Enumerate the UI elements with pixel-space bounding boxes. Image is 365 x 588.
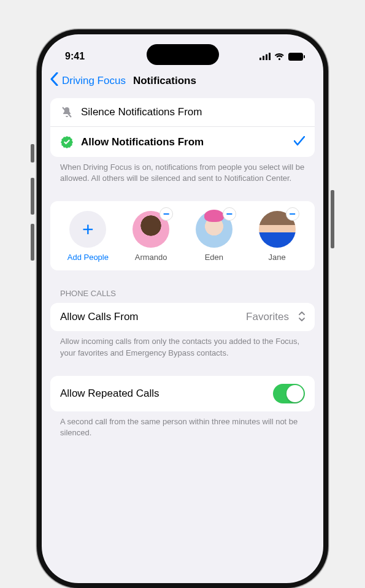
svg-rect-5	[304, 55, 305, 58]
svg-rect-3	[269, 53, 271, 60]
allow-calls-label: Allow Calls From	[60, 311, 239, 323]
add-people-label: Add People	[67, 253, 109, 262]
repeated-calls-toggle[interactable]	[273, 384, 305, 403]
allow-calls-card: Allow Calls From Favorites	[50, 303, 315, 331]
person-item[interactable]: − Jane	[248, 211, 307, 262]
wifi-icon	[274, 53, 285, 60]
person-name: Jane	[269, 253, 286, 262]
page-title: Notifications	[133, 75, 196, 87]
bell-slash-icon	[60, 106, 74, 118]
back-chevron-icon[interactable]	[50, 72, 58, 90]
allow-calls-row[interactable]: Allow Calls From Favorites	[50, 303, 315, 331]
volume-down-button	[31, 224, 34, 261]
mode-footer: When Driving Focus is on, notifications …	[50, 157, 315, 184]
screen: 9:41 Driving Focus Notifications Silence	[42, 34, 323, 583]
remove-icon[interactable]: −	[286, 207, 299, 221]
repeated-calls-footer: A second call from the same person withi…	[50, 411, 315, 438]
updown-icon	[299, 311, 305, 323]
mode-card: Silence Notifications From Allow Notific…	[50, 98, 315, 157]
repeated-calls-row: Allow Repeated Calls	[50, 376, 315, 411]
person-item[interactable]: − Armando	[121, 211, 180, 262]
svg-rect-1	[263, 56, 264, 60]
silence-option[interactable]: Silence Notifications From	[50, 98, 315, 126]
nav-bar: Driving Focus Notifications	[42, 66, 323, 98]
silence-label: Silence Notifications From	[81, 106, 305, 118]
person-name: Eden	[205, 253, 223, 262]
avatar: −	[133, 211, 169, 248]
svg-rect-0	[259, 58, 261, 60]
svg-rect-4	[288, 53, 303, 61]
remove-icon[interactable]: −	[223, 207, 236, 221]
allow-calls-value: Favorites	[246, 311, 289, 323]
avatar: −	[259, 211, 296, 248]
allow-calls-footer: Allow incoming calls from only the conta…	[50, 331, 315, 358]
mute-switch	[31, 144, 34, 162]
add-people-button[interactable]: + Add People	[58, 211, 117, 262]
person-name: Armando	[135, 253, 167, 262]
person-item[interactable]: − Eden	[185, 211, 244, 262]
device-frame: 9:41 Driving Focus Notifications Silence	[37, 29, 328, 588]
allow-option[interactable]: Allow Notifications From	[50, 126, 315, 157]
status-time: 9:41	[65, 51, 85, 62]
power-button	[331, 190, 334, 248]
back-button[interactable]: Driving Focus	[62, 75, 126, 87]
cellular-icon	[259, 53, 271, 60]
dynamic-island	[147, 44, 219, 65]
avatar: −	[196, 211, 232, 248]
svg-rect-2	[266, 55, 267, 61]
people-card: + Add People − Armando − Eden	[50, 201, 315, 270]
phone-calls-header: Phone Calls	[50, 270, 315, 303]
check-badge-icon	[60, 136, 74, 148]
repeated-calls-label: Allow Repeated Calls	[60, 388, 266, 400]
repeated-calls-card: Allow Repeated Calls	[50, 376, 315, 411]
remove-icon[interactable]: −	[159, 207, 173, 221]
allow-label: Allow Notifications From	[81, 136, 286, 148]
volume-up-button	[31, 178, 34, 215]
checkmark-icon	[294, 135, 305, 149]
battery-icon	[288, 53, 305, 61]
plus-icon: +	[69, 211, 106, 248]
